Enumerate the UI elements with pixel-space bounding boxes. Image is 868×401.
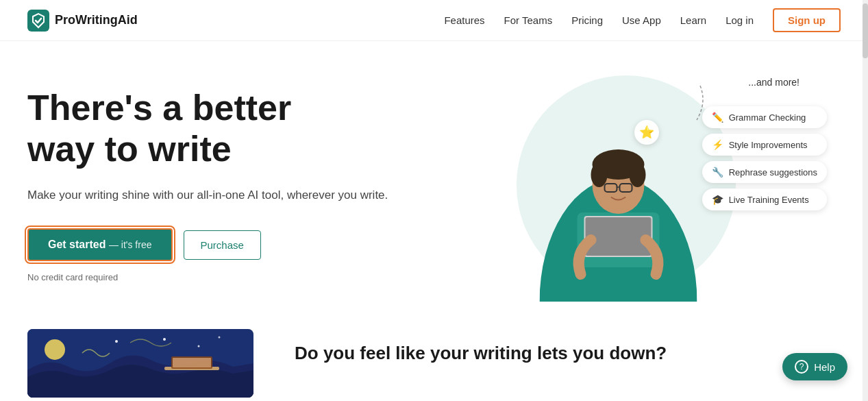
pill-style-label: Style Improvements	[729, 140, 808, 150]
and-more-label: ...and more!	[748, 77, 799, 88]
nav-for-teams[interactable]: For Teams	[504, 14, 553, 26]
nav-learn[interactable]: Learn	[680, 14, 706, 26]
scrollbar[interactable]	[863, 0, 868, 401]
hero-subtitle: Make your writing shine with our all-in-…	[27, 186, 411, 204]
deco-curve	[659, 79, 707, 127]
svg-point-16	[115, 340, 118, 343]
training-icon: 🎓	[712, 194, 723, 205]
pill-rephrase: 🔧 Rephrase suggestions	[702, 161, 827, 183]
help-icon: ?	[795, 360, 808, 374]
star-badge: ⭐	[634, 120, 659, 145]
svg-point-7	[591, 162, 607, 187]
pill-grammar: ✏️ Grammar Checking	[702, 106, 827, 128]
no-credit-text: No credit card required	[27, 272, 411, 282]
scroll-thumb[interactable]	[863, 3, 868, 58]
style-icon: ⚡	[712, 139, 723, 150]
pill-style: ⚡ Style Improvements	[702, 134, 827, 156]
get-started-button[interactable]: Get started — it's free	[27, 228, 173, 261]
bottom-section: Do you feel like your writing lets you d…	[0, 315, 868, 401]
svg-point-8	[629, 162, 645, 187]
signup-button[interactable]: Sign up	[773, 8, 841, 32]
prowritingaid-logo-icon	[27, 10, 49, 32]
pill-training-label: Live Training Events	[729, 195, 809, 205]
bottom-heading: Do you feel like your writing lets you d…	[295, 343, 841, 364]
nav-features[interactable]: Features	[444, 14, 484, 26]
nav-use-app[interactable]: Use App	[622, 14, 661, 26]
bottom-artwork	[27, 329, 253, 398]
nav-pricing[interactable]: Pricing	[571, 14, 603, 26]
svg-point-13	[45, 339, 65, 360]
pill-grammar-label: Grammar Checking	[729, 112, 806, 123]
pill-rephrase-label: Rephrase suggestions	[729, 167, 817, 178]
svg-rect-4	[585, 217, 651, 256]
hero-buttons: Get started — it's free Purchase	[27, 228, 411, 261]
svg-point-15	[198, 345, 200, 348]
logo-text: ProWritingAid	[55, 13, 138, 27]
feature-pills: ✏️ Grammar Checking ⚡ Style Improvements…	[702, 106, 827, 210]
hero-left: There's a better way to write Make your …	[27, 88, 411, 282]
svg-point-14	[163, 338, 166, 341]
hero-title: There's a better way to write	[27, 88, 411, 170]
hero-right: ⭐ ...and more! ✏️ Grammar Checking ⚡ Sty…	[411, 69, 841, 302]
grammar-icon: ✏️	[712, 112, 723, 123]
help-label: Help	[814, 361, 835, 373]
svg-rect-20	[173, 358, 211, 367]
nav-links: Features For Teams Pricing Use App Learn…	[444, 8, 841, 32]
help-button[interactable]: ? Help	[782, 353, 847, 380]
starry-night-image	[27, 329, 253, 398]
logo[interactable]: ProWritingAid	[27, 10, 138, 32]
pill-training: 🎓 Live Training Events	[702, 189, 827, 210]
nav-login[interactable]: Log in	[726, 14, 754, 26]
svg-point-17	[219, 337, 221, 339]
purchase-button[interactable]: Purchase	[184, 230, 261, 260]
hero-section: There's a better way to write Make your …	[0, 41, 868, 315]
navigation: ProWritingAid Features For Teams Pricing…	[0, 0, 868, 41]
bottom-text: Do you feel like your writing lets you d…	[295, 329, 841, 364]
rephrase-icon: 🔧	[712, 167, 723, 178]
